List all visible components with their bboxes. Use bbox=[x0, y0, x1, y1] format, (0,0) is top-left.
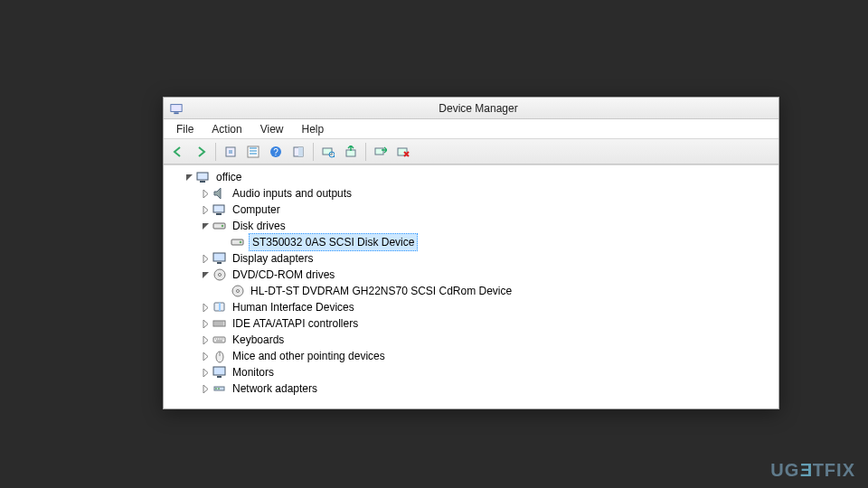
collapse-icon[interactable] bbox=[184, 172, 194, 183]
tree-node-keyboards[interactable]: Keyboards bbox=[171, 332, 778, 348]
svg-rect-13 bbox=[375, 148, 383, 155]
svg-point-22 bbox=[240, 241, 242, 244]
device-tree[interactable]: officeAudio inputs and outputsComputerDi… bbox=[164, 165, 778, 408]
disk-icon bbox=[231, 235, 245, 249]
menu-action[interactable]: Action bbox=[203, 120, 250, 138]
tree-label: Mice and other pointing devices bbox=[231, 348, 387, 364]
computer-icon bbox=[212, 202, 227, 217]
svg-text:?: ? bbox=[273, 147, 278, 157]
toolbar-separator bbox=[215, 143, 216, 161]
menu-help[interactable]: Help bbox=[293, 120, 334, 138]
expand-icon[interactable] bbox=[200, 253, 211, 264]
tree-node-st350032-0as-scsi-disk-devic[interactable]: ST350032 0AS SCSI Disk Device bbox=[171, 234, 778, 250]
svg-rect-30 bbox=[219, 303, 221, 311]
expand-icon[interactable] bbox=[200, 367, 211, 378]
dvd-icon bbox=[212, 267, 227, 282]
svg-rect-12 bbox=[346, 150, 355, 156]
tree-label: office bbox=[214, 169, 243, 185]
tree-label: Disk drives bbox=[231, 218, 288, 234]
window-title: Device Manager bbox=[184, 102, 773, 115]
audio-icon bbox=[212, 186, 227, 201]
tree-node-disk-drives[interactable]: Disk drives bbox=[171, 218, 778, 234]
network-icon bbox=[212, 381, 227, 396]
tree-node-network-adapters[interactable]: Network adapters bbox=[171, 380, 778, 397]
scan-button[interactable] bbox=[317, 142, 339, 162]
tree-node-hl-dt-st-dvdram-gh22ns70-scs[interactable]: HL-DT-ST DVDRAM GH22NS70 SCSI CdRom Devi… bbox=[171, 283, 778, 299]
expand-icon[interactable] bbox=[200, 383, 211, 394]
svg-rect-1 bbox=[174, 112, 178, 114]
tree-container: officeAudio inputs and outputsComputerDi… bbox=[164, 164, 778, 408]
expand-icon[interactable] bbox=[200, 204, 211, 215]
tree-node-mice-and-other-pointing-[interactable]: Mice and other pointing devices bbox=[171, 348, 778, 364]
menubar: File Action View Help bbox=[164, 119, 778, 139]
tree-node-ide-ata-atapi-controller[interactable]: IDE ATA/ATAPI controllers bbox=[171, 315, 778, 332]
tree-node-root[interactable]: office bbox=[171, 169, 778, 185]
display-icon bbox=[212, 251, 227, 266]
tree-node-computer[interactable]: Computer bbox=[171, 202, 778, 218]
svg-rect-24 bbox=[217, 262, 222, 264]
tree-label: IDE ATA/ATAPI controllers bbox=[231, 315, 360, 332]
tree-node-monitors[interactable]: Monitors bbox=[171, 364, 778, 380]
mouse-icon bbox=[212, 349, 227, 363]
ide-icon bbox=[212, 316, 227, 331]
refresh-button[interactable] bbox=[242, 142, 264, 162]
computer-root-icon bbox=[196, 170, 211, 184]
expand-icon[interactable] bbox=[200, 334, 211, 345]
tree-label: Monitors bbox=[231, 364, 276, 380]
tree-label: DVD/CD-ROM drives bbox=[231, 267, 336, 283]
svg-rect-36 bbox=[217, 376, 222, 378]
hid-icon bbox=[212, 300, 227, 314]
menu-view[interactable]: View bbox=[251, 120, 293, 138]
tree-node-display-adapters[interactable]: Display adapters bbox=[171, 250, 778, 267]
tree-label: HL-DT-ST DVDRAM GH22NS70 SCSI CdRom Devi… bbox=[249, 283, 514, 299]
collapse-icon[interactable] bbox=[200, 269, 211, 280]
tree-node-audio-inputs-and-outputs[interactable]: Audio inputs and outputs bbox=[171, 185, 778, 202]
properties-button[interactable] bbox=[288, 142, 309, 162]
tree-label: Keyboards bbox=[231, 332, 286, 348]
forward-button[interactable] bbox=[190, 142, 212, 162]
svg-point-28 bbox=[237, 290, 240, 293]
collapse-icon[interactable] bbox=[200, 221, 211, 231]
expand-icon bbox=[218, 286, 229, 296]
tree-label: Computer bbox=[231, 202, 282, 218]
expand-icon[interactable] bbox=[200, 302, 211, 313]
expand-icon[interactable] bbox=[200, 188, 211, 199]
svg-point-38 bbox=[215, 388, 217, 389]
back-button[interactable] bbox=[167, 142, 189, 162]
svg-rect-23 bbox=[213, 253, 225, 261]
svg-rect-8 bbox=[298, 147, 303, 156]
uninstall-button[interactable] bbox=[392, 142, 414, 162]
expand-icon[interactable] bbox=[200, 318, 211, 329]
tree-label: Display adapters bbox=[231, 250, 315, 267]
svg-rect-16 bbox=[200, 181, 205, 183]
tree-label: Audio inputs and outputs bbox=[231, 185, 354, 202]
svg-rect-0 bbox=[171, 104, 182, 111]
svg-rect-17 bbox=[213, 205, 224, 212]
help-button[interactable]: ? bbox=[265, 142, 287, 162]
device-manager-window: Device Manager File Action View Help ? bbox=[163, 97, 779, 409]
toolbar-separator bbox=[365, 143, 366, 161]
update-driver-button[interactable] bbox=[340, 142, 362, 162]
expand-icon[interactable] bbox=[200, 351, 211, 361]
svg-rect-32 bbox=[213, 337, 225, 343]
tree-node-dvd-cd-rom-drives[interactable]: DVD/CD-ROM drives bbox=[171, 267, 778, 283]
tree-node-human-interface-devices[interactable]: Human Interface Devices bbox=[171, 299, 778, 315]
expand-icon bbox=[218, 237, 229, 248]
svg-point-39 bbox=[218, 388, 220, 389]
keyboard-icon bbox=[212, 333, 227, 347]
menu-file[interactable]: File bbox=[167, 120, 203, 138]
disk-icon bbox=[212, 219, 227, 233]
titlebar: Device Manager bbox=[164, 98, 778, 119]
tree-label: Human Interface Devices bbox=[231, 299, 356, 315]
toolbar: ? bbox=[164, 139, 778, 164]
svg-rect-9 bbox=[323, 148, 332, 155]
enable-button[interactable] bbox=[370, 142, 392, 162]
device-manager-icon bbox=[169, 101, 184, 116]
toolbar-separator bbox=[313, 143, 314, 161]
watermark: UGETFIX bbox=[770, 460, 855, 481]
show-hidden-button[interactable] bbox=[220, 142, 241, 162]
tree-label: Network adapters bbox=[231, 380, 319, 397]
svg-point-26 bbox=[219, 274, 222, 277]
dvd-icon bbox=[231, 284, 245, 298]
tree-label: ST350032 0AS SCSI Disk Device bbox=[249, 233, 418, 251]
